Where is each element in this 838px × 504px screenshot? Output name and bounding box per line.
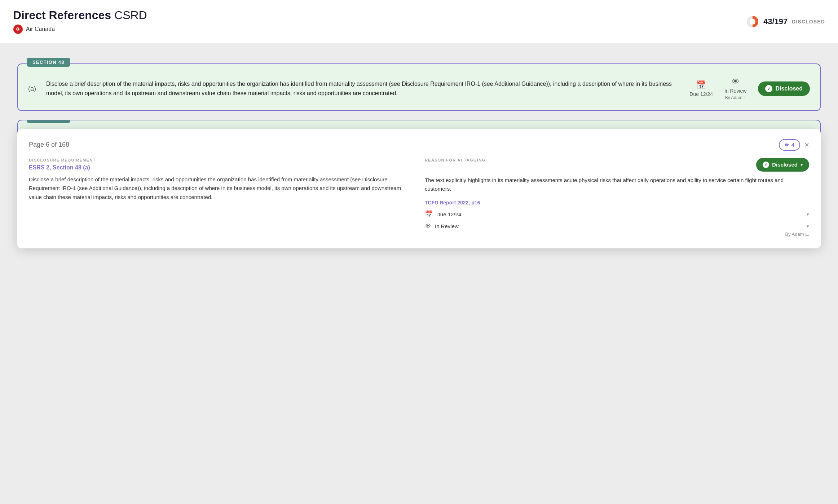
disclosed-count: 43/197 [763, 17, 788, 26]
review-block-1: 👁 In Review By Adam L [724, 77, 746, 100]
header-right: 43/197 DISCLOSED [746, 15, 825, 28]
section-item-label-1: (a) [28, 85, 39, 93]
due-chevron-icon[interactable]: ▾ [807, 212, 809, 217]
header: Direct References CSRD ✈ Air Canada 43/1… [0, 0, 838, 43]
page-title: Direct References CSRD [13, 9, 147, 22]
disclosed-badge-1[interactable]: ✓ Disclosed [758, 81, 810, 96]
check-icon-popup: ✓ [763, 162, 769, 168]
disclosed-label-1: Disclosed [775, 85, 803, 92]
section-badge-2: SECTION 48 [27, 120, 70, 123]
calendar-icon-1: 📅 [696, 80, 706, 90]
due-date-text-1: Due 12/24 [689, 91, 713, 97]
section-content-1: (a) Disclose a brief description of the … [28, 77, 810, 100]
popup-right: REASON FOR AI TAGGING ✓ Disclosed ▾ The … [425, 158, 809, 237]
section-text-1: Disclose a brief description of the mate… [46, 79, 682, 98]
popup-page: Page 6 of 168 [29, 141, 69, 149]
popup-body: DISCLOSURE REQUIREMENT ESRS 2, Section 4… [29, 158, 809, 237]
svg-point-3 [750, 19, 755, 25]
company-row: ✈ Air Canada [13, 24, 147, 34]
disclosure-req-link[interactable]: ESRS 2, Section 48 (a) [29, 164, 413, 171]
svg-text:✈: ✈ [16, 26, 20, 32]
disclosure-req-label: DISCLOSURE REQUIREMENT [29, 158, 413, 162]
popup-reason-text: The text explicitly highlights in its ma… [425, 176, 809, 194]
popup-disclosed-label: Disclosed [772, 162, 798, 168]
header-left: Direct References CSRD ✈ Air Canada [13, 9, 147, 34]
popup-card: Page 6 of 168 ✏ 4 × DISCLOSURE REQUIREME… [17, 129, 821, 249]
calendar-icon-popup: 📅 [425, 210, 433, 218]
popup-due-row: 📅 Due 12/24 ▾ [425, 210, 809, 218]
chevron-down-icon: ▾ [800, 162, 803, 167]
eye-icon-1: 👁 [732, 77, 740, 87]
due-date-block-1: 📅 Due 12/24 [689, 80, 713, 97]
review-by-1: By Adam L [725, 95, 746, 100]
source-link[interactable]: TCFD Report 2022, p16 [425, 200, 480, 205]
popup-review-row: 👁 In Review ▾ [425, 222, 809, 230]
check-icon-1: ✓ [765, 85, 772, 92]
section-card-1: SECTION 48 (a) Disclose a brief descript… [17, 63, 821, 111]
progress-icon [746, 15, 759, 28]
popup-left: DISCLOSURE REQUIREMENT ESRS 2, Section 4… [29, 158, 413, 237]
popup-review-by: By Adam L. [425, 231, 809, 237]
popup-header-right: ✏ 4 × [779, 139, 809, 151]
air-canada-logo-icon: ✈ [13, 24, 23, 34]
popup-disclosed-button[interactable]: ✓ Disclosed ▾ [756, 158, 809, 172]
edit-count: 4 [791, 142, 794, 148]
eye-icon-popup: 👁 [425, 222, 431, 230]
review-text-1: In Review [724, 88, 746, 94]
company-name: Air Canada [26, 26, 55, 32]
close-button[interactable]: × [804, 141, 809, 149]
review-chevron-icon[interactable]: ▾ [807, 224, 809, 229]
reason-label: REASON FOR AI TAGGING [425, 158, 485, 162]
popup-header: Page 6 of 168 ✏ 4 × [29, 139, 809, 151]
section-badge-1: SECTION 48 [27, 58, 70, 67]
popup-right-top: REASON FOR AI TAGGING ✓ Disclosed ▾ [425, 158, 809, 172]
section-actions-1: 📅 Due 12/24 👁 In Review By Adam L ✓ Disc… [689, 77, 810, 100]
popup-due-date: Due 12/24 [436, 211, 461, 217]
popup-description: Disclose a brief description of the mate… [29, 175, 413, 202]
disclosed-header-label: DISCLOSED [792, 19, 825, 25]
popup-review-status: In Review [435, 223, 459, 229]
main-content: SECTION 48 (a) Disclose a brief descript… [0, 43, 838, 504]
pencil-icon: ✏ [785, 142, 789, 148]
edit-badge[interactable]: ✏ 4 [779, 139, 800, 151]
